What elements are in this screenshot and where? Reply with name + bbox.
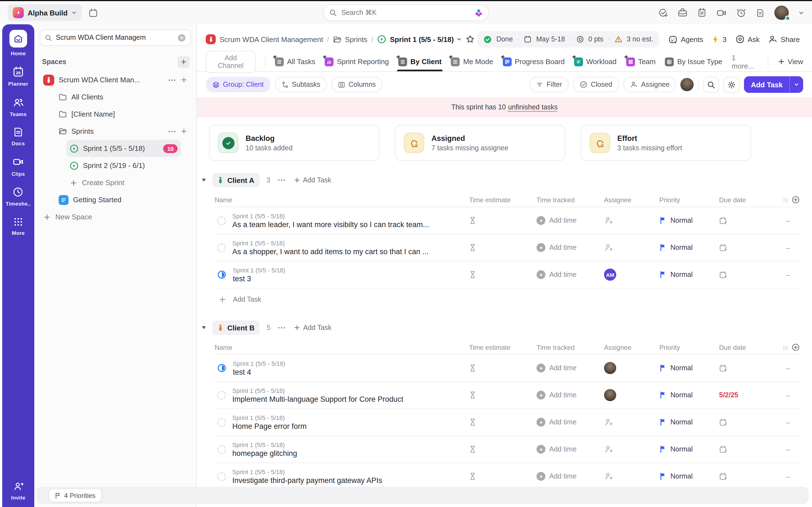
ellipsis-icon[interactable] [168, 130, 176, 132]
account-chevron-icon[interactable] [798, 10, 804, 16]
tab-me-mode[interactable]: Me Mode [451, 52, 493, 71]
automation-bolt-button[interactable]: 3 [712, 35, 726, 43]
assignee-photo-avatar[interactable] [604, 362, 616, 374]
add-task-button[interactable]: Add Task [744, 76, 803, 93]
tab-workload[interactable]: Workload [574, 52, 616, 71]
table-row[interactable]: Sprint 1 (5/5 - 5/18) Implement Multi-la… [215, 382, 800, 409]
table-row[interactable]: Sprint 1 (5/5 - 5/18) Investigate third-… [215, 463, 800, 490]
hourglass-icon[interactable] [469, 472, 476, 480]
sidebar-item-sprint2[interactable]: Sprint 2 (5/19 - 6/1) [66, 157, 181, 174]
add-time-button[interactable]: Add time [537, 472, 604, 481]
rail-item-timesheets[interactable]: Timeshe.. [6, 186, 31, 207]
sidebar-item-all-clients[interactable]: All Clients [55, 89, 191, 106]
rail-item-teams[interactable]: Teams [10, 96, 27, 117]
plus-icon[interactable] [180, 128, 188, 135]
status-todo-icon[interactable] [217, 445, 226, 453]
col-name[interactable]: Name [215, 196, 469, 204]
col-time-estimate[interactable]: Time estimate [469, 196, 537, 204]
more-views-button[interactable]: 1 more... [732, 53, 759, 70]
table-row[interactable]: Sprint 1 (5/5 - 5/18) test 4 Add time No… [215, 355, 800, 382]
sidebar-search-input[interactable] [56, 34, 174, 42]
agents-button[interactable]: Agents [668, 35, 703, 44]
table-row[interactable]: Sprint 1 (5/5 - 5/18) As a team leader, … [215, 207, 800, 234]
assignee-photo-avatar[interactable] [604, 389, 616, 401]
view-settings-button[interactable] [724, 76, 740, 93]
add-space-icon[interactable] [177, 56, 190, 68]
due-date-add-icon[interactable] [719, 271, 727, 279]
filter-button[interactable]: Filter [529, 77, 569, 92]
tab-by-client[interactable]: By Client [398, 52, 442, 71]
add-channel-button[interactable]: Add Channel [206, 51, 256, 73]
collapse-triangle-icon[interactable] [201, 178, 206, 182]
search-input[interactable] [341, 9, 470, 16]
col-name[interactable]: Name [215, 343, 469, 351]
tab-by-issue-type[interactable]: By Issue Type [665, 52, 722, 71]
hourglass-icon[interactable] [469, 244, 476, 251]
space-avatar-icon[interactable] [206, 34, 216, 44]
priority-cell[interactable]: Normal [659, 391, 719, 399]
rail-item-home[interactable]: Home [9, 30, 27, 56]
tab-team[interactable]: Team [626, 52, 656, 71]
group-add-task-button[interactable]: Add Task [294, 324, 331, 332]
col-priority[interactable]: Priority [659, 343, 719, 351]
add-column-icon[interactable] [792, 343, 800, 351]
tab-progress-board[interactable]: Progress Board [503, 52, 565, 71]
assignee-add-icon[interactable] [604, 418, 613, 427]
assignee-add-icon[interactable] [604, 445, 613, 454]
col-assignee[interactable]: Assignee [604, 343, 659, 351]
assignee-add-icon[interactable] [604, 472, 613, 481]
due-date-add-icon[interactable] [719, 472, 727, 481]
col-due-date[interactable]: Due date [719, 343, 776, 351]
assignee-add-icon[interactable] [604, 216, 613, 225]
task-name[interactable]: test 3 [233, 274, 286, 283]
sidebar-item-sprint1[interactable]: Sprint 1 (5/5 - 5/18) 10 [66, 140, 181, 157]
priorities-pill[interactable]: 4 Priorities [49, 489, 101, 502]
due-date-add-icon[interactable] [719, 243, 727, 252]
share-button[interactable]: Share [769, 35, 800, 44]
table-row[interactable]: Sprint 1 (5/5 - 5/18) homepage glitching… [215, 436, 800, 463]
ellipsis-icon[interactable] [278, 327, 286, 329]
hourglass-icon[interactable] [469, 364, 476, 372]
tab-all-tasks[interactable]: All Tasks [275, 52, 315, 71]
video-icon[interactable] [716, 7, 727, 18]
add-time-button[interactable]: Add time [537, 445, 604, 454]
status-todo-icon[interactable] [217, 243, 226, 252]
ask-button[interactable]: Ask [735, 35, 759, 44]
subtasks-button[interactable]: Subtasks [274, 77, 327, 92]
due-date-add-icon[interactable] [719, 364, 727, 372]
status-in-progress-icon[interactable] [217, 270, 226, 279]
add-column-icon[interactable] [792, 195, 800, 204]
add-task-chevron[interactable] [789, 76, 803, 93]
assignee-add-icon[interactable] [604, 243, 613, 252]
priority-cell[interactable]: Normal [659, 418, 719, 426]
group-by-button[interactable]: Group: Client [206, 77, 270, 92]
task-name[interactable]: As a team leader, I want more visibilty … [232, 220, 429, 228]
search-tasks-button[interactable] [703, 76, 719, 93]
workspace-switcher[interactable]: Alpha Build [8, 4, 82, 21]
rail-item-docs[interactable]: Docs [12, 126, 25, 147]
rail-item-invite[interactable]: Invite [11, 481, 26, 501]
ai-sparkle-icon[interactable] [474, 9, 483, 17]
group-add-task-button[interactable]: Add Task [294, 176, 331, 184]
col-time-tracked[interactable]: Time tracked [537, 196, 604, 204]
closed-button[interactable]: Closed [573, 77, 619, 92]
task-name[interactable]: As a shopper, I want to add items to my … [232, 247, 429, 256]
unfinished-tasks-link[interactable]: unfinished tasks [508, 103, 558, 111]
add-time-button[interactable]: Add time [537, 270, 604, 279]
task-name[interactable]: Home Page error form [232, 422, 307, 430]
due-date-add-icon[interactable] [719, 216, 727, 225]
notepad-icon[interactable] [697, 8, 707, 18]
status-todo-icon[interactable] [217, 472, 226, 481]
status-in-progress-icon[interactable] [217, 363, 226, 373]
table-row[interactable]: Sprint 1 (5/5 - 5/18) Home Page error fo… [215, 409, 800, 436]
due-date-add-icon[interactable] [719, 445, 727, 453]
client-chip[interactable]: Client A [212, 173, 259, 187]
assignee-filter-button[interactable]: Assignee [623, 77, 676, 92]
hourglass-icon[interactable] [469, 391, 476, 399]
priority-cell[interactable]: Normal [659, 217, 719, 224]
task-name[interactable]: test 4 [233, 368, 286, 376]
breadcrumb-sprints[interactable]: Sprints [345, 35, 367, 43]
hourglass-icon[interactable] [469, 418, 476, 426]
table-row[interactable]: Sprint 1 (5/5 - 5/18) test 3 Add time AM… [215, 261, 800, 288]
status-todo-icon[interactable] [217, 391, 226, 399]
